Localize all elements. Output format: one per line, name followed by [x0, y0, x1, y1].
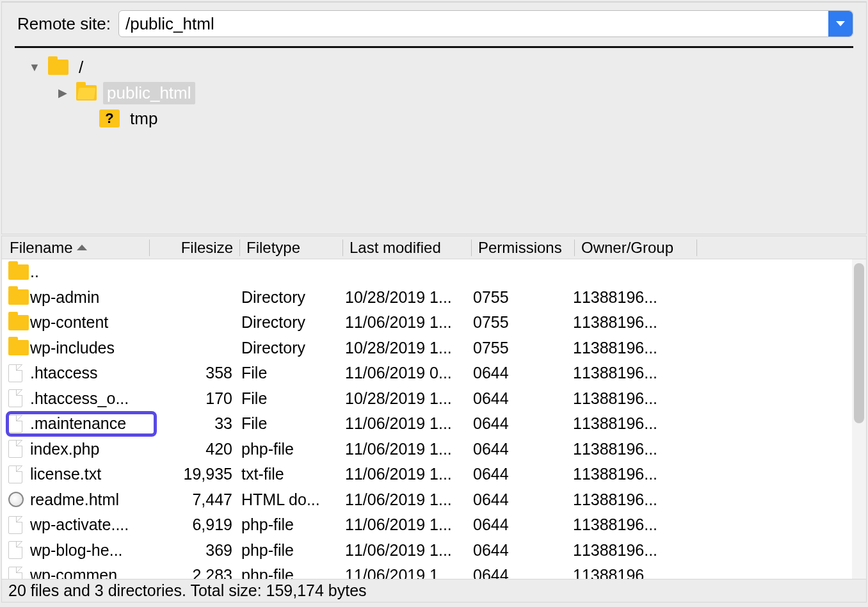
file-list-row[interactable]: readme.html7,447HTML do...11/06/2019 1..…: [2, 487, 866, 513]
cell-permissions: 0644: [470, 389, 570, 408]
cell-filename: wp-content: [30, 313, 156, 332]
file-list-row[interactable]: index.php420php-file11/06/2019 1...06441…: [2, 437, 866, 462]
cell-filetype: txt-file: [239, 465, 342, 483]
cell-last-modified: 11/06/2019 1...: [342, 541, 470, 560]
file-list-row[interactable]: wp-includesDirectory10/28/2019 1...07551…: [2, 336, 866, 361]
file-list-row[interactable]: .htaccess358File11/06/2019 0...064411388…: [2, 360, 866, 386]
cell-owner-group: 11388196...: [570, 490, 705, 509]
html-file-icon: [8, 492, 24, 507]
column-filename[interactable]: Filename: [2, 239, 149, 257]
cell-last-modified: 11/06/2019 1...: [342, 440, 470, 458]
cell-last-modified: 10/28/2019 1...: [342, 339, 470, 357]
cell-permissions: 0644: [470, 566, 570, 579]
file-list-row[interactable]: ..: [2, 259, 866, 285]
remote-site-label: Remote site:: [15, 14, 111, 34]
unknown-folder-icon: ?: [99, 109, 120, 127]
cell-last-modified: 11/06/2019 1...: [342, 313, 470, 332]
file-list-row[interactable]: wp-contentDirectory11/06/2019 1...075511…: [2, 310, 866, 336]
file-list-row[interactable]: .htaccess_o...170File10/28/2019 1...0644…: [2, 386, 866, 412]
tree-toggle-icon[interactable]: [56, 86, 70, 100]
remote-file-list-panel: Filename Filesize Filetype Last modified…: [1, 236, 867, 603]
cell-last-modified: 10/28/2019 1...: [342, 389, 470, 408]
file-icon: [8, 567, 22, 579]
folder-open-icon: [76, 85, 97, 101]
column-filetype[interactable]: Filetype: [240, 239, 342, 257]
file-list-header: Filename Filesize Filetype Last modified…: [2, 236, 866, 259]
cell-filesize: 420: [156, 440, 239, 458]
cell-permissions: 0644: [470, 414, 570, 433]
cell-permissions: 0755: [470, 339, 570, 357]
cell-filesize: 2,283: [156, 566, 239, 579]
file-list-row[interactable]: wp-adminDirectory10/28/2019 1...07551138…: [2, 285, 866, 311]
cell-filesize: 7,447: [156, 490, 239, 509]
column-owner-group[interactable]: Owner/Group: [575, 239, 696, 257]
cell-filetype: php-file: [239, 515, 342, 534]
cell-owner-group: 11388196...: [570, 541, 705, 560]
cell-filename: .htaccess: [30, 364, 156, 382]
cell-filesize: 369: [156, 541, 239, 560]
sort-asc-icon: [77, 245, 87, 250]
tree-node-tmp[interactable]: ? tmp: [19, 106, 849, 131]
file-list-row[interactable]: wp-activate....6,919php-file11/06/2019 1…: [2, 512, 866, 538]
cell-filetype: php-file: [239, 566, 342, 579]
remote-path-field-wrap: [118, 10, 853, 37]
remote-tree-panel: Remote site: / public_html ? tmp: [1, 1, 867, 234]
cell-owner-group: 11388196...: [570, 339, 705, 357]
file-icon: [8, 541, 22, 559]
file-list-row[interactable]: license.txt19,935txt-file11/06/2019 1...…: [2, 462, 866, 487]
file-icon: [8, 516, 22, 534]
remote-path-input[interactable]: [119, 11, 828, 36]
file-list-row[interactable]: wp-blog-he...369php-file11/06/2019 1...0…: [2, 538, 866, 563]
folder-icon: [8, 315, 29, 330]
cell-filesize: 19,935: [156, 465, 239, 483]
cell-filename: wp-includes: [30, 339, 156, 357]
cell-filesize: 33: [156, 414, 239, 433]
cell-filename: wp-blog-he...: [30, 541, 156, 560]
folder-icon: [8, 289, 29, 305]
cell-filetype: Directory: [239, 339, 342, 357]
file-icon: [8, 415, 22, 433]
column-filesize[interactable]: Filesize: [150, 239, 239, 257]
status-bar: 20 files and 3 directories. Total size: …: [2, 579, 866, 602]
cell-last-modified: 11/06/2019 0...: [342, 364, 470, 382]
cell-filesize: 358: [156, 364, 239, 382]
remote-site-bar: Remote site:: [15, 10, 853, 48]
remote-directory-tree: / public_html ? tmp: [15, 48, 853, 133]
column-separator[interactable]: [696, 239, 697, 256]
cell-permissions: 0755: [470, 313, 570, 332]
cell-owner-group: 11388196...: [570, 389, 705, 408]
file-icon: [8, 440, 22, 458]
cell-owner-group: 11388196...: [570, 440, 705, 458]
cell-owner-group: 11388196...: [570, 313, 705, 332]
cell-last-modified: 11/06/2019 1...: [342, 490, 470, 509]
cell-filetype: php-file: [239, 541, 342, 560]
file-icon: [8, 465, 22, 483]
file-list-row[interactable]: .maintenance33File11/06/2019 1...0644113…: [2, 411, 866, 437]
column-last-modified[interactable]: Last modified: [343, 239, 471, 257]
scrollbar-thumb[interactable]: [854, 263, 864, 423]
file-list-row[interactable]: wp-commen...2,283php-file11/06/2019 1...…: [2, 563, 866, 579]
scrollbar-vertical[interactable]: [852, 259, 866, 579]
column-label: Filename: [10, 239, 73, 257]
tree-label: tmp: [126, 108, 161, 130]
cell-last-modified: 11/06/2019 1...: [342, 566, 470, 579]
cell-filetype: File: [239, 389, 342, 408]
tree-node-public-html[interactable]: public_html: [19, 80, 849, 106]
cell-permissions: 0755: [470, 288, 570, 307]
cell-owner-group: 11388196...: [570, 364, 705, 382]
cell-owner-group: 11388196...: [570, 288, 705, 307]
cell-filename: wp-admin: [30, 288, 156, 307]
cell-last-modified: 11/06/2019 1...: [342, 515, 470, 534]
tree-node-root[interactable]: /: [19, 54, 849, 80]
column-permissions[interactable]: Permissions: [472, 239, 574, 257]
cell-permissions: 0644: [470, 515, 570, 534]
cell-filename: .htaccess_o...: [30, 389, 156, 408]
cell-owner-group: 11388196...: [570, 414, 705, 433]
cell-permissions: 0644: [470, 541, 570, 560]
cell-filetype: File: [239, 414, 342, 433]
cell-last-modified: 11/06/2019 1...: [342, 465, 470, 483]
cell-permissions: 0644: [470, 364, 570, 382]
cell-filename: license.txt: [30, 465, 156, 483]
path-history-dropdown[interactable]: [828, 11, 853, 36]
tree-toggle-icon[interactable]: [28, 61, 42, 74]
